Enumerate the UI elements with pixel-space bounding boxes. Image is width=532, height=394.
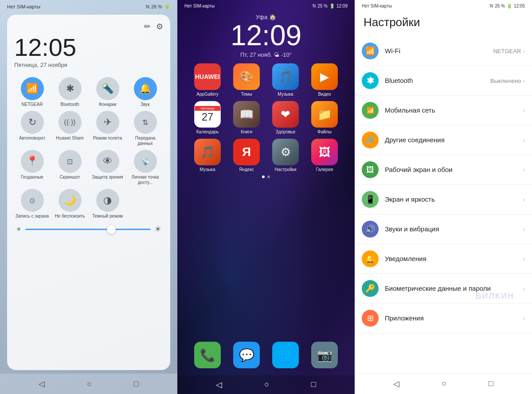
wifi-icon-btn[interactable]: 📶	[21, 77, 44, 100]
app-icon-video[interactable]: ▶	[311, 63, 338, 90]
settings-item-apps[interactable]: ⊞ Приложения ›	[355, 304, 532, 333]
app-video[interactable]: ▶ Видео	[307, 63, 342, 97]
app-icon-music[interactable]: 🎵	[272, 63, 299, 90]
dock-messages[interactable]: 💬	[233, 342, 260, 368]
app-label-music: Музыка	[278, 92, 293, 97]
other-conn-setting-name: Другие соединения	[385, 136, 445, 144]
app-gallery[interactable]: 🖼 Галерея	[307, 139, 342, 172]
app-icon-appgallery[interactable]: HUAWEI	[194, 63, 221, 90]
sound-icon-btn[interactable]: 🔔	[134, 77, 157, 100]
toggle-screenshot[interactable]: ⊡ Скриншот	[52, 150, 88, 185]
hotspot-icon-btn[interactable]: 📡	[134, 150, 157, 173]
battery-p3: 26 %	[495, 4, 505, 8]
dnd-label: Не беспокоить	[55, 214, 85, 219]
toggle-dnd[interactable]: 🌙 Не беспокоить	[52, 189, 88, 219]
app-icon-books[interactable]: 📖	[233, 101, 260, 128]
back-button-p3[interactable]: ◁	[393, 379, 399, 389]
toggle-data[interactable]: ⇅ Передача данных	[127, 111, 163, 146]
home-button-p2[interactable]: ○	[264, 380, 269, 390]
flashlight-icon-btn[interactable]: 🔦	[96, 77, 119, 100]
app-icon-gallery[interactable]: 🖼	[311, 139, 338, 165]
settings-item-mobile[interactable]: 📶 Мобильная сеть ›	[355, 96, 532, 125]
app-icon-files[interactable]: 📁	[311, 101, 338, 128]
toggle-geodata[interactable]: 📍 Геоданные	[14, 150, 50, 185]
wifi-chevron-icon: ›	[523, 47, 525, 55]
toggle-huawei-share[interactable]: ((·)) Huawei Share	[52, 111, 88, 146]
airplane-icon-btn[interactable]: ✈	[96, 111, 119, 134]
app-music[interactable]: 🎵 Музыка	[268, 63, 303, 97]
apps-chevron-icon: ›	[523, 315, 525, 322]
settings-item-display[interactable]: 📱 Экран и яркость ›	[355, 185, 532, 215]
settings-icon[interactable]: ⚙	[156, 22, 163, 31]
bluetooth-icon-btn[interactable]: ✱	[59, 77, 82, 100]
toggle-screen-record[interactable]: ⊙ Запись с экрана	[14, 189, 50, 219]
brightness-control[interactable]: ☀ ☀	[14, 224, 163, 234]
settings-item-sounds[interactable]: 🔊 Звуки и вибрация ›	[355, 215, 532, 244]
brightness-track[interactable]	[25, 229, 151, 230]
recent-button-p2[interactable]: □	[311, 380, 316, 390]
screenshot-icon-btn[interactable]: ⊡	[59, 150, 82, 173]
battery-icon-p1: 🔋	[164, 4, 170, 9]
dock-browser[interactable]: 🌐	[272, 342, 299, 368]
toggle-bluetooth[interactable]: ✱ Bluetooth	[52, 77, 88, 107]
app-health[interactable]: ❤ Здоровье	[268, 101, 303, 134]
toggle-airplane[interactable]: ✈ Режим полета	[90, 111, 125, 146]
app-yandex[interactable]: Я Яндекс	[229, 139, 264, 172]
data-icon-btn[interactable]: ⇅	[134, 111, 157, 134]
sounds-chevron-icon: ›	[523, 226, 525, 233]
dnd-icon-btn[interactable]: 🌙	[59, 189, 82, 212]
homescreen-setting-name: Рабочий экран и обои	[385, 166, 453, 173]
app-books[interactable]: 📖 Книги	[229, 101, 264, 134]
app-icon-settings[interactable]: ⚙	[272, 139, 299, 165]
toggle-wifi[interactable]: 📶 NETGEAR	[14, 77, 50, 107]
geodata-icon-btn[interactable]: 📍	[21, 150, 44, 173]
app-icon-yandex[interactable]: Я	[233, 139, 260, 165]
screen-record-icon-btn[interactable]: ⊙	[21, 189, 44, 212]
statusbar-p3-right: N 26 % 🔋 12:05	[490, 4, 525, 8]
home-button-p1[interactable]: ○	[87, 379, 92, 389]
home-button-p3[interactable]: ○	[442, 379, 446, 389]
data-label: Передача данных	[127, 136, 163, 146]
location-label: Уфа 🏠	[256, 14, 276, 20]
toggle-hotspot[interactable]: 📡 Личная точка досту...	[127, 150, 163, 185]
toggle-rotation[interactable]: ↻ Автоповорот	[14, 111, 50, 146]
toggle-flashlight[interactable]: 🔦 Фонарик	[90, 77, 125, 107]
settings-item-bluetooth[interactable]: ✱ Bluetooth Выключено ›	[355, 66, 532, 96]
toggle-sound[interactable]: 🔔 Звук	[127, 77, 163, 107]
dark-mode-icon-btn[interactable]: ◑	[96, 189, 119, 212]
settings-item-homescreen[interactable]: 🖼 Рабочий экран и обои ›	[355, 155, 532, 185]
recent-button-p1[interactable]: □	[134, 379, 139, 389]
dock-camera[interactable]: 📷	[311, 342, 338, 368]
settings-item-wifi[interactable]: 📶 Wi-Fi NETGEAR ›	[355, 36, 532, 66]
app-icon-calendar[interactable]: пятница 27	[194, 101, 221, 128]
huawei-share-icon-btn[interactable]: ((·))	[59, 111, 82, 134]
app-icon-health[interactable]: ❤	[272, 101, 299, 128]
app-files[interactable]: 📁 Файлы	[307, 101, 342, 134]
app-appgallery[interactable]: HUAWEI AppGallery	[190, 63, 225, 97]
other-conn-setting-right: ›	[523, 137, 525, 144]
recent-button-p3[interactable]: □	[489, 379, 493, 389]
toggle-dark-mode[interactable]: ◑ Темный режим	[90, 189, 125, 219]
panel-quick-settings: Нет SIM-карты N 26 % 🔋 ✏ ⚙ 12:05 Пятница…	[0, 0, 177, 394]
app-themes[interactable]: 🎨 Темы	[229, 63, 264, 97]
app-calendar[interactable]: пятница 27 Календарь	[190, 101, 225, 134]
settings-item-other-conn[interactable]: 🔗 Другие соединения ›	[355, 125, 532, 155]
back-button-p1[interactable]: ◁	[39, 379, 45, 389]
dock-phone[interactable]: 📞	[194, 342, 221, 368]
app-settings[interactable]: ⚙ Настройки	[268, 139, 303, 172]
back-button-p2[interactable]: ◁	[216, 380, 222, 390]
notifications-setting-right: ›	[523, 255, 525, 262]
app-icon-music2[interactable]: 🎵	[194, 139, 221, 165]
brightness-thumb[interactable]	[107, 225, 116, 234]
homescreen-chevron-icon: ›	[523, 166, 525, 173]
rotation-icon-btn[interactable]: ↻	[21, 111, 44, 134]
app-music2[interactable]: 🎵 Музыка	[190, 139, 225, 172]
settings-item-biometrics[interactable]: 🔑 Биометрические данные и пароли › БИЛКИ…	[355, 274, 532, 304]
watermark: БИЛКИН	[476, 292, 514, 301]
settings-item-notifications[interactable]: 🔔 Уведомления ›	[355, 244, 532, 274]
eye-protect-icon-btn[interactable]: 👁	[96, 150, 119, 173]
edit-icon[interactable]: ✏	[144, 22, 151, 31]
app-icon-themes[interactable]: 🎨	[233, 63, 260, 90]
sounds-setting-icon: 🔊	[362, 221, 379, 238]
toggle-eye-protect[interactable]: 👁 Защита зрения	[90, 150, 125, 185]
